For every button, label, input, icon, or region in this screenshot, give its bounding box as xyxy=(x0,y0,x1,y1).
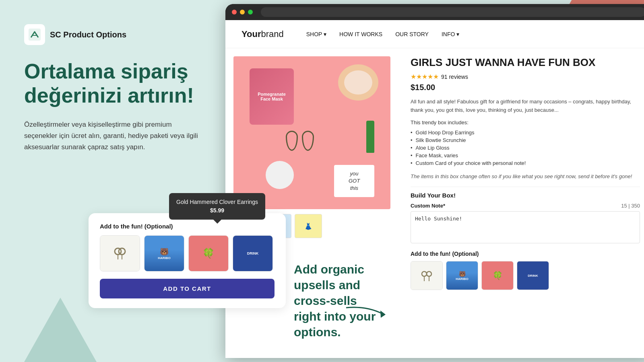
detail-thumb-drink[interactable]: DRINK xyxy=(517,261,549,290)
includes-item-3: Aloe Lip Gloss xyxy=(411,144,640,152)
includes-list: Gold Hoop Drop Earrings Silk Bowtie Scru… xyxy=(411,129,640,167)
app-name: SC Product Options xyxy=(50,30,126,39)
svg-marker-6 xyxy=(380,311,386,318)
thumb-earrings[interactable] xyxy=(100,235,140,272)
product-options-card: Add to the fun! (Optional) 🐻 HARIBO 🍀 xyxy=(89,213,286,308)
pompom-item xyxy=(266,161,294,189)
tooltip-price: $5.99 xyxy=(176,206,258,215)
logo-row: SC Product Options xyxy=(24,24,205,45)
detail-thumb-earrings[interactable] xyxy=(411,261,443,290)
site-nav: Yourbrand SHOP ▾ HOW IT WORKS OUR STORY … xyxy=(225,20,644,48)
stars-row: ★★★★★ 91 reviews xyxy=(411,73,640,80)
site-logo: Yourbrand xyxy=(242,29,284,39)
product-description: All fun and all style! Fabulous gift for… xyxy=(411,98,640,115)
svg-point-8 xyxy=(427,272,431,276)
face-mask-item: PomegranateFace Mask xyxy=(250,68,294,125)
custom-note-row: Custom Note* 15 | 350 xyxy=(411,203,640,209)
add-to-fun-title: Add to the fun! (Optional) xyxy=(411,251,640,257)
detail-thumb-haribo[interactable]: 🐻 HARIBO xyxy=(446,261,478,290)
includes-item-5: Custom Card of your choice with personal… xyxy=(411,159,640,167)
product-thumbnails: 🐻 HARIBO 🍀 DRINK xyxy=(100,235,275,272)
includes-title: This trendy box includes: xyxy=(411,119,640,125)
stars-display: ★★★★★ xyxy=(411,73,439,80)
product-thumb-3[interactable]: 👗 xyxy=(295,214,322,238)
headline: Ortalama sipariş değerinizi artırın! xyxy=(24,60,205,108)
upsell-arrow-icon xyxy=(342,302,390,323)
product-price: $15.00 xyxy=(411,83,640,92)
thumb-haribo[interactable]: 🐻 HARIBO xyxy=(144,235,184,272)
tooltip-product-name: Gold Hammered Clover Earrings xyxy=(176,198,258,206)
description: Özelleştirmeler veya kişiselleştirme gib… xyxy=(24,119,201,153)
italic-note: The items in this box change often so if… xyxy=(411,173,640,181)
card-item: youGOTthis xyxy=(334,165,374,197)
detail-thumbs: 🐻 HARIBO 🍀 DRINK xyxy=(411,261,640,290)
includes-item-1: Gold Hoop Drop Earrings xyxy=(411,129,640,136)
char-count: 15 | 350 xyxy=(621,203,640,209)
reviews-count: 91 reviews xyxy=(441,74,468,80)
main-product-image: PomegranateFace Mask youGOTthis xyxy=(233,56,390,209)
add-to-cart-button[interactable]: ADD TO CART xyxy=(100,279,275,298)
thumb-clover[interactable]: 🍀 xyxy=(188,235,229,272)
nav-how-it-works[interactable]: HOW IT WORKS xyxy=(339,31,382,37)
browser-min-dot xyxy=(240,10,245,14)
detail-thumb-clover[interactable]: 🍀 xyxy=(481,261,514,290)
browser-mockup: Yourbrand SHOP ▾ HOW IT WORKS OUR STORY … xyxy=(225,4,644,358)
site-logo-bold: brand xyxy=(261,29,283,39)
product-tooltip: Gold Hammered Clover Earrings $5.99 xyxy=(169,193,265,220)
product-title: GIRLS JUST WANNA HAVE FUN BOX xyxy=(411,56,640,69)
app-logo-icon xyxy=(24,24,45,45)
upsell-text: Add organic upsells and cross-sells righ… xyxy=(294,261,382,340)
tube-item xyxy=(366,121,374,153)
includes-item-2: Silk Bowtie Scrunchie xyxy=(411,136,640,144)
custom-note-label: Custom Note* xyxy=(411,203,445,209)
browser-chrome xyxy=(225,4,644,20)
includes-item-4: Face Mask, varies xyxy=(411,152,640,159)
svg-point-7 xyxy=(422,272,427,276)
thumb-drink[interactable]: DRINK xyxy=(233,235,273,272)
nav-our-story[interactable]: OUR STORY xyxy=(395,31,429,37)
scrunchie-item xyxy=(338,64,378,101)
product-page: PomegranateFace Mask youGOTthis xyxy=(225,48,644,358)
section-divider xyxy=(411,187,640,187)
browser-max-dot xyxy=(248,10,253,14)
browser-address-bar[interactable] xyxy=(261,7,644,17)
browser-close-dot xyxy=(232,10,237,14)
product-image-bg: PomegranateFace Mask youGOTthis xyxy=(233,56,390,209)
earrings-item xyxy=(286,129,318,153)
build-box-title: Build Your Box! xyxy=(411,192,640,199)
svg-rect-0 xyxy=(29,29,41,41)
upsell-text-block: Add organic upsells and cross-sells righ… xyxy=(294,261,382,340)
product-details-col: GIRLS JUST WANNA HAVE FUN BOX ★★★★★ 91 r… xyxy=(398,48,644,358)
svg-point-4 xyxy=(119,248,125,255)
svg-rect-1 xyxy=(32,35,37,36)
nav-info[interactable]: INFO ▾ xyxy=(442,31,459,37)
nav-shop[interactable]: SHOP ▾ xyxy=(306,31,326,37)
custom-note-textarea[interactable]: Hello Sunshine! xyxy=(411,211,640,243)
card-section-title: Add to the fun! (Optional) xyxy=(100,223,275,230)
